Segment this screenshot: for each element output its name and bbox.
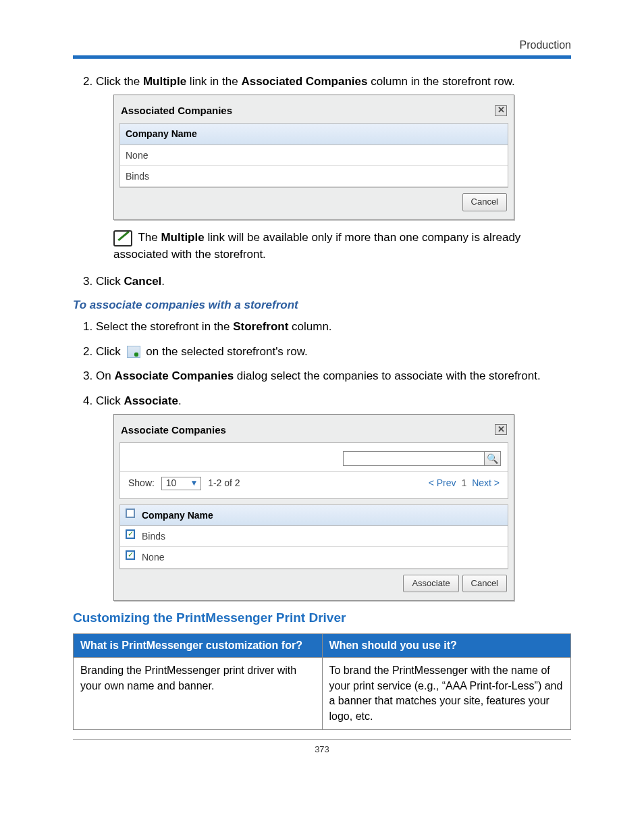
step-2: Click the Multiple link in the Associate…: [96, 74, 571, 263]
subheading-associate: To associate companies with a storefront: [73, 298, 571, 312]
assoc-step-2: Click on the selected storefront's row.: [96, 344, 571, 361]
edit-row-icon: [127, 346, 140, 358]
associate-button[interactable]: Associate: [403, 575, 458, 593]
prev-link[interactable]: < Prev: [429, 477, 456, 488]
dialog2-title: Associate Companies: [121, 423, 226, 438]
table-header-what: What is PrintMessenger customization for…: [74, 634, 323, 658]
cancel-button[interactable]: Cancel: [462, 575, 507, 593]
row-checkbox[interactable]: ✓: [126, 550, 135, 560]
next-link[interactable]: Next >: [472, 477, 500, 488]
table-header-when: When should you use it?: [322, 634, 571, 658]
table-row: Binds: [120, 166, 508, 187]
section-heading: Customizing the PrintMessenger Print Dri…: [73, 610, 571, 625]
page-number-footer: 373: [73, 744, 571, 754]
show-control: Show: 10▼ 1-2 of 2: [128, 476, 240, 490]
close-icon[interactable]: ✕: [495, 424, 507, 435]
table-row: ✓ Binds: [120, 526, 508, 547]
header-divider: [73, 55, 571, 59]
dialog1-header: Company Name: [120, 124, 508, 145]
assoc-step-3: On Associate Companies dialog select the…: [96, 368, 571, 385]
dialog2-header: Company Name: [142, 509, 213, 522]
select-all-checkbox[interactable]: [126, 509, 135, 518]
table-cell-what: Branding the PrintMessenger print driver…: [74, 658, 323, 730]
info-table: What is PrintMessenger customization for…: [73, 633, 571, 730]
chevron-down-icon: ▼: [190, 477, 198, 489]
dialog1-title: Associated Companies: [121, 103, 232, 118]
page-number: 1: [461, 477, 466, 488]
assoc-step-1: Select the storefront in the Storefront …: [96, 319, 571, 336]
table-row: None: [120, 145, 508, 166]
note: The Multiple link will be available only…: [113, 230, 571, 263]
show-dropdown[interactable]: 10▼: [161, 477, 201, 490]
pagination: < Prev 1 Next >: [429, 476, 500, 490]
search-input[interactable]: [343, 451, 485, 466]
table-row: ✓ None: [120, 547, 508, 568]
assoc-step-4: Click Associate. Associate Companies ✕ 🔍…: [96, 393, 571, 601]
table-cell-when: To brand the PrintMessenger with the nam…: [322, 658, 571, 730]
note-icon: [113, 230, 132, 246]
dialog-associated-companies: Associated Companies ✕ Company Name None…: [113, 95, 514, 220]
row-checkbox[interactable]: ✓: [126, 529, 135, 539]
step-3: Click Cancel.: [96, 273, 571, 290]
header-section: Production: [73, 39, 571, 51]
close-icon[interactable]: ✕: [495, 105, 507, 116]
search-icon[interactable]: 🔍: [485, 451, 501, 466]
cancel-button[interactable]: Cancel: [462, 193, 507, 211]
dialog-associate-companies: Associate Companies ✕ 🔍 Show: 10▼: [113, 414, 514, 602]
footer-divider: [73, 739, 571, 740]
